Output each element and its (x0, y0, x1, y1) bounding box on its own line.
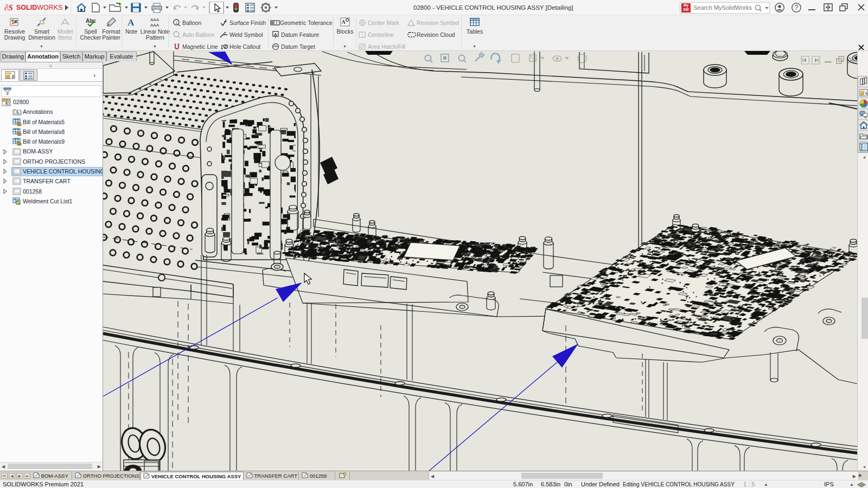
svg-text:Abc: Abc (86, 18, 96, 24)
svg-text:A: A (341, 19, 346, 25)
svg-text:A: A (274, 32, 277, 37)
svg-text:SOLIDWORKS: SOLIDWORKS (16, 4, 62, 11)
svg-text:A: A (127, 17, 135, 28)
svg-text:∂S: ∂S (4, 3, 13, 12)
svg-text:AAA: AAA (150, 23, 159, 28)
svg-text:A1: A1 (274, 43, 277, 47)
svg-text:?: ? (795, 4, 799, 11)
svg-text:AAA: AAA (150, 17, 159, 22)
svg-text:1: 1 (175, 21, 177, 24)
svg-text:A: A (15, 110, 19, 115)
